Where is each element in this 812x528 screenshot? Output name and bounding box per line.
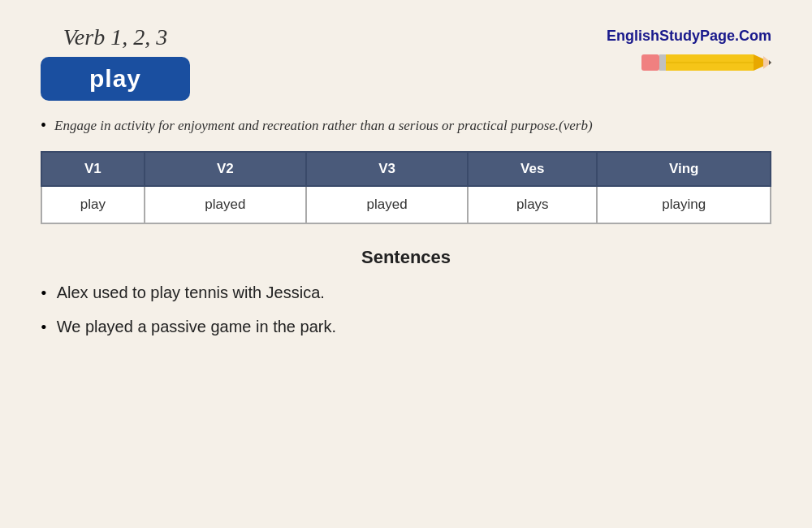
- logo-text: EnglishStudyPage.Com: [607, 28, 771, 45]
- sentences-section: Sentences • Alex used to play tennis wit…: [41, 247, 771, 341]
- table-cell-v1: play: [41, 186, 145, 223]
- svg-rect-0: [641, 54, 659, 71]
- sentence-text-1: Alex used to play tennis with Jessica.: [57, 281, 325, 304]
- table-header-ving: Ving: [597, 152, 771, 186]
- sentence-bullet-2: •: [41, 315, 47, 340]
- sentence-item-2: • We played a passive game in the park.: [41, 315, 771, 340]
- bullet-dot: •: [41, 116, 46, 135]
- table-header-v3: V3: [306, 152, 468, 186]
- pencil-graphic: [641, 50, 771, 76]
- play-badge: play: [41, 57, 190, 101]
- sentence-text-2: We played a passive game in the park.: [57, 315, 336, 338]
- page-container: Verb 1, 2, 3 play EnglishStudyPage.Com: [0, 0, 812, 528]
- table-cell-ves: plays: [468, 186, 597, 223]
- table-cell-v2: played: [145, 186, 306, 223]
- pencil-icon: [641, 50, 771, 76]
- title-block: Verb 1, 2, 3 play: [41, 24, 190, 101]
- header-area: Verb 1, 2, 3 play EnglishStudyPage.Com: [41, 24, 771, 101]
- verb-table: V1 V2 V3 Ves Ving play played played pla…: [41, 151, 771, 224]
- table-cell-ving: playing: [597, 186, 771, 223]
- logo-area: EnglishStudyPage.Com: [607, 28, 771, 76]
- logo-text-part2: .Com: [735, 28, 771, 44]
- svg-marker-5: [769, 60, 771, 65]
- definition-text: Engage in activity for enjoyment and rec…: [54, 115, 593, 136]
- table-row: play played played plays playing: [41, 186, 771, 223]
- logo-text-part1: EnglishStudyPage: [607, 28, 735, 44]
- sentence-item-1: • Alex used to play tennis with Jessica.: [41, 281, 771, 306]
- svg-rect-1: [659, 54, 666, 71]
- definition-area: • Engage in activity for enjoyment and r…: [41, 115, 771, 136]
- sentence-bullet-1: •: [41, 281, 47, 306]
- table-header-row: V1 V2 V3 Ves Ving: [41, 152, 771, 186]
- sentences-title: Sentences: [41, 247, 771, 268]
- verb-title: Verb 1, 2, 3: [63, 24, 167, 50]
- table-header-v2: V2: [145, 152, 306, 186]
- table-header-ves: Ves: [468, 152, 597, 186]
- definition-bullet-item: • Engage in activity for enjoyment and r…: [41, 115, 771, 136]
- table-cell-v3: played: [306, 186, 468, 223]
- table-header-v1: V1: [41, 152, 145, 186]
